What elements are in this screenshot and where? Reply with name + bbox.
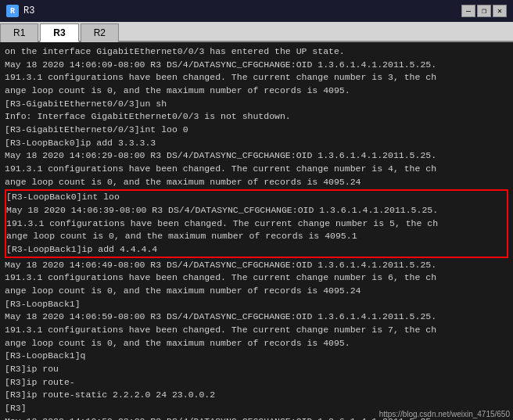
terminal-line: 191.3.1 configurations have been changed… [5, 163, 508, 176]
terminal-line: May 18 2020 14:06:59-08:00 R3 DS/4/DATAS… [5, 311, 508, 324]
terminal-line: 191.3.1 configurations have been changed… [5, 271, 508, 285]
terminal-line: May 18 2020 14:06:49-08:00 R3 DS/4/DATAS… [5, 259, 508, 272]
terminal-line: [R3]ip route- [5, 376, 508, 389]
window-title: R3 [23, 5, 34, 16]
terminal[interactable]: on the interface GigabitEthernet0/0/3 ha… [0, 42, 513, 420]
terminal-wrapper: on the interface GigabitEthernet0/0/3 ha… [0, 42, 513, 420]
title-bar-left: R R3 [6, 5, 34, 17]
restore-button[interactable]: ❐ [477, 5, 491, 17]
terminal-line: on the interface GigabitEthernet0/0/3 ha… [5, 45, 508, 59]
close-button[interactable]: ✕ [493, 5, 507, 17]
terminal-line: 191.3.1 configurations have been changed… [6, 217, 507, 231]
terminal-line: [R3-LoopBack1]ip add 4.4.4.4 [6, 243, 507, 257]
terminal-line: [R3-LoopBack1]q [5, 350, 508, 363]
terminal-line: May 18 2020 14:06:29-08:00 R3 DS/4/DATAS… [5, 149, 508, 163]
terminal-line: [R3-LoopBack0]ip add 3.3.3.3 [5, 137, 508, 150]
tab-bar: R1R3R2 [0, 22, 513, 42]
window-controls: — ❐ ✕ [461, 5, 507, 17]
terminal-line: [R3-LoopBack0]int loo [6, 191, 507, 204]
title-bar: R R3 — ❐ ✕ [0, 0, 513, 22]
tab-r2[interactable]: R2 [81, 23, 119, 42]
terminal-line: [R3-LoopBack1] [5, 298, 508, 311]
terminal-line: ange loop count is 0, and the maximum nu… [5, 84, 508, 98]
terminal-line: Info: Interface GigabitEthernet0/0/3 is … [5, 110, 508, 124]
app-icon: R [6, 5, 19, 17]
terminal-line: ange loop count is 0, and the maximum nu… [6, 230, 507, 243]
watermark: https://blog.csdn.net/weixin_4715/650 [379, 410, 510, 418]
terminal-line: ange loop count is 0, and the maximum nu… [5, 337, 508, 350]
terminal-line: [R3-GigabitEthernet0/0/3]int loo 0 [5, 124, 508, 137]
terminal-line: [R3-GigabitEthernet0/0/3]un sh [5, 98, 508, 111]
terminal-line: 191.3.1 configurations have been changed… [5, 324, 508, 337]
minimize-button[interactable]: — [461, 5, 475, 17]
terminal-line: ange loop count is 0, and the maximum nu… [5, 285, 508, 298]
tab-r1[interactable]: R1 [0, 23, 38, 42]
terminal-line: May 18 2020 14:06:09-08:00 R3 DS/4/DATAS… [5, 59, 508, 72]
terminal-line: 191.3.1 configurations have been changed… [5, 71, 508, 84]
tab-r3[interactable]: R3 [40, 23, 78, 42]
terminal-line: May 18 2020 14:06:39-08:00 R3 DS/4/DATAS… [6, 204, 507, 217]
terminal-line: ange loop count is 0, and the maximum nu… [5, 176, 508, 189]
terminal-line: [R3]ip rou [5, 363, 508, 376]
terminal-line: [R3]ip route-static 2.2.2.0 24 23.0.0.2 [5, 389, 508, 402]
highlight-block: [R3-LoopBack0]int looMay 18 2020 14:06:3… [5, 189, 508, 257]
